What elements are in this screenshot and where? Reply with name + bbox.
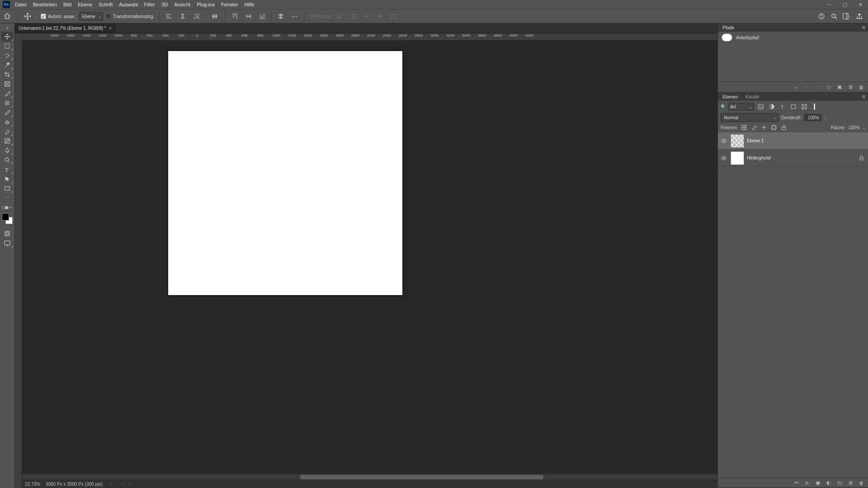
delete-path-icon[interactable]: 🗑 [858,84,864,90]
swap-colors-icon[interactable]: ⤺ [9,205,13,210]
align-vertical-centers-icon[interactable] [243,11,254,22]
close-tab-icon[interactable]: × [109,25,112,31]
menu-schrift[interactable]: Schrift [95,0,116,9]
menu-datei[interactable]: Datei [12,0,30,9]
3d-slide-icon[interactable] [375,11,386,22]
fill-value[interactable]: 100% [848,125,860,130]
document-tab[interactable]: Unbenannt-1 bei 22,7% (Ebene 1, RGB/8) *… [15,23,116,33]
visibility-toggle-icon[interactable] [720,137,728,145]
align-horizontal-centers-icon[interactable] [177,11,188,22]
canvas-viewport[interactable] [22,41,717,474]
move-tool[interactable] [1,32,13,41]
filter-pixel-icon[interactable] [757,103,765,111]
more-align-options-icon[interactable]: ⋯ [289,11,300,22]
menu-auswahl[interactable]: Auswahl [116,0,141,9]
vertical-ruler[interactable] [15,33,22,488]
layer-mask-icon[interactable]: ▣ [815,480,821,486]
healing-brush-tool[interactable] [1,98,13,108]
add-mask-icon[interactable]: ▣ [836,84,843,90]
auto-select-target-select[interactable]: Ebene [79,12,103,21]
path-selection-tool[interactable] [1,174,13,183]
filter-shape-icon[interactable] [789,103,797,111]
rectangle-tool[interactable] [1,183,13,193]
path-item[interactable]: Arbeitspfad [718,32,868,43]
move-tool-icon[interactable] [22,11,33,22]
lock-artboard-icon[interactable] [770,124,778,131]
delete-layer-icon[interactable]: 🗑 [858,480,864,486]
share-icon[interactable] [855,12,863,20]
lock-transparency-icon[interactable] [741,124,748,131]
load-path-selection-icon[interactable]: ◌ [815,84,821,90]
fill-path-icon[interactable]: ● [793,84,799,90]
layer-thumbnail[interactable] [731,151,744,165]
layer-style-icon[interactable]: fx [804,480,810,486]
gradient-tool[interactable] [1,136,13,145]
screen-mode-button[interactable] [1,238,13,248]
align-bottom-edges-icon[interactable] [257,11,268,22]
filter-smart-icon[interactable] [800,103,808,111]
align-left-edges-icon[interactable] [164,11,175,22]
magic-wand-tool[interactable] [1,60,13,70]
type-tool[interactable]: T [1,164,13,174]
3d-pan-icon[interactable] [361,11,372,22]
window-close-button[interactable]: ✕ [853,0,868,9]
menu-ebene[interactable]: Ebene [75,0,95,9]
link-layers-icon[interactable]: ⚯ [793,480,799,486]
align-top-edges-icon[interactable] [230,11,241,22]
lock-all-icon[interactable] [780,124,788,131]
menu-bild[interactable]: Bild [60,0,75,9]
menu-filter[interactable]: Filter [141,0,158,9]
menu-ansicht[interactable]: Ansicht [171,0,193,9]
filter-toggle[interactable] [814,103,817,110]
auto-select-checkbox[interactable]: ✓Autom. ausw.: [41,14,76,19]
transform-controls-checkbox[interactable]: Transformationsstrg. [106,14,154,19]
canvas[interactable] [168,51,402,295]
distribute-horizontal-icon[interactable] [209,11,220,22]
window-maximize-button[interactable]: ▢ [837,0,853,9]
edit-toolbar-button[interactable]: ⋯ [1,193,13,202]
workspace-switcher-icon[interactable]: ⌵ [843,12,851,20]
layer-row[interactable]: Hintergrund [718,150,868,167]
rectangular-marquee-tool[interactable] [1,41,13,51]
3d-scale-icon[interactable] [388,11,399,22]
visibility-toggle-icon[interactable] [720,154,728,162]
new-path-icon[interactable]: ⊞ [847,84,854,90]
layers-panel-menu-icon[interactable]: ≡ [862,94,865,100]
filter-adjustment-icon[interactable] [768,103,776,111]
blend-mode-select[interactable]: Normal [721,113,778,122]
layer-thumbnail[interactable] [731,134,744,148]
layer-name[interactable]: Ebene 1 [747,138,764,143]
lock-position-icon[interactable] [760,124,768,131]
layer-filter-kind-select[interactable]: Art [728,103,754,111]
menu-3d[interactable]: 3D [158,0,171,9]
layer-name[interactable]: Hintergrund [747,155,770,160]
make-work-path-icon[interactable]: ◇ [826,84,832,90]
3d-orbit-icon[interactable] [334,11,345,22]
group-layers-icon[interactable]: 🗀 [836,480,843,486]
menu-fenster[interactable]: Fenster [218,0,241,9]
zoom-level[interactable]: 22,73% [25,482,40,487]
horizontal-scrollbar[interactable] [22,474,717,480]
eyedropper-tool[interactable] [1,89,13,98]
status-nav-icon[interactable]: 〉 〈 〉 [110,481,135,488]
brush-tool[interactable] [1,108,13,117]
paths-panel-menu-icon[interactable]: ≡ [862,24,865,31]
opacity-value[interactable]: 100% [804,114,821,121]
crop-tool[interactable] [1,70,13,79]
menu-hilfe[interactable]: Hilfe [241,0,257,9]
layer-row[interactable]: Ebene 1 [718,132,868,150]
dodge-tool[interactable] [1,155,13,164]
menu-bearbeiten[interactable]: Bearbeiten [30,0,60,9]
default-colors-icon[interactable]: ◻◼ [2,205,8,210]
menu-plug-ins[interactable]: Plug-ins [193,0,218,9]
cloud-docs-icon[interactable] [817,12,826,20]
adjustment-layer-icon[interactable]: ◐ [826,480,832,486]
new-layer-icon[interactable]: ⊞ [847,480,854,486]
layers-tab[interactable]: Ebenen [721,94,740,100]
document-info[interactable]: 3000 Px x 3000 Px (300 ppi) [46,482,103,487]
lasso-tool[interactable] [1,51,13,60]
eraser-tool[interactable] [1,127,13,136]
home-button[interactable] [2,11,13,22]
search-icon[interactable] [830,12,838,20]
align-right-edges-icon[interactable] [191,11,202,22]
